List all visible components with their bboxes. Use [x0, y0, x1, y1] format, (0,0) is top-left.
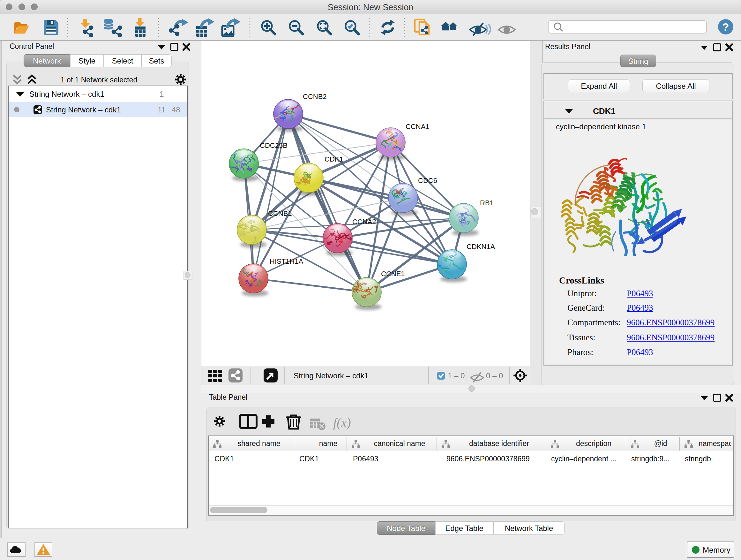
svg-text:CCNE1: CCNE1 [381, 270, 405, 278]
svg-text:0 – 0: 0 – 0 [486, 371, 503, 380]
svg-text:HIST1H1A: HIST1H1A [270, 257, 303, 265]
svg-text:CCNB1: CCNB1 [268, 209, 292, 217]
svg-text:1 – 0: 1 – 0 [448, 371, 465, 380]
svg-text:CDK1: CDK1 [325, 155, 343, 163]
svg-text:RB1: RB1 [480, 199, 494, 207]
svg-text:CCNB2: CCNB2 [303, 92, 327, 101]
svg-text:String Network – cdk1: String Network – cdk1 [293, 371, 368, 380]
svg-text:CCNA1: CCNA1 [406, 123, 429, 131]
svg-text:f(x): f(x) [333, 415, 351, 430]
svg-text:CDC6: CDC6 [418, 177, 437, 185]
svg-text:CDKN1A: CDKN1A [467, 243, 495, 251]
svg-text:CDC25B: CDC25B [260, 141, 287, 149]
svg-text:CCNA2: CCNA2 [352, 218, 376, 226]
